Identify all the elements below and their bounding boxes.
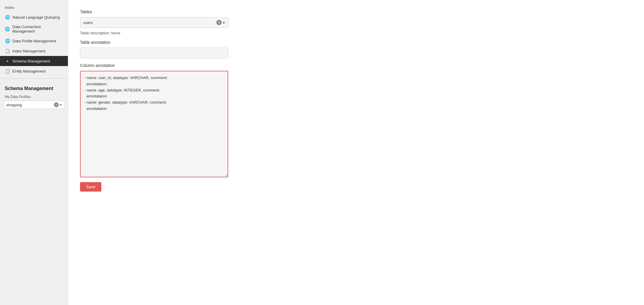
main-content: Tables users ✕ ▾ Table description: None… [68, 0, 644, 305]
sidebar: Index 🌐 Natural Language Querying 🌐 Data… [0, 0, 68, 305]
sidebar-item-label: Entity Management [12, 69, 46, 73]
column-annotation-label: Column annotation [80, 63, 632, 68]
tables-dropdown-left: users [83, 20, 216, 25]
table-icon-1: 📋 [5, 48, 10, 54]
sidebar-dropdown-wrapper: shopping ✕ ▾ [0, 101, 68, 113]
sidebar-item-natural-language[interactable]: 🌐 Natural Language Querying [0, 12, 68, 22]
clear-profile-icon[interactable]: ✕ [54, 102, 59, 107]
globe-icon: 🌐 [5, 15, 10, 20]
sidebar-item-label: Natural Language Querying [12, 15, 60, 20]
profile-dropdown[interactable]: shopping ✕ ▾ [4, 101, 64, 109]
profile-dropdown-value: shopping [6, 103, 22, 107]
tables-form-group: Tables users ✕ ▾ Table description: None [80, 9, 632, 35]
globe-icon-3: 🌐 [5, 38, 10, 44]
sidebar-item-index-management[interactable]: 📋 Index Management [0, 46, 68, 56]
clear-table-icon[interactable]: ✕ [216, 20, 222, 25]
table-annotation-input[interactable] [80, 48, 228, 58]
tables-dropdown-wrapper: users ✕ ▾ [80, 17, 228, 28]
table-annotation-group: Table annotation [80, 40, 632, 58]
globe-icon-2: 🌐 [5, 26, 10, 32]
column-annotation-textarea[interactable] [80, 71, 228, 177]
tables-dropdown[interactable]: users ✕ ▾ [80, 17, 228, 28]
save-button[interactable]: Save [80, 182, 101, 192]
sidebar-item-label: Data Connection Management [12, 25, 63, 33]
table-annotation-label: Table annotation [80, 40, 632, 45]
tables-dropdown-value: users [83, 20, 93, 25]
sidebar-index-label: Index [0, 0, 68, 12]
table-description: Table description: None [80, 31, 632, 35]
sidebar-item-entity-management[interactable]: 📋 Entity Management [0, 66, 68, 76]
sidebar-divider [0, 78, 68, 79]
save-button-wrapper: Save [80, 182, 632, 192]
entity-icon: 📋 [5, 68, 10, 74]
my-data-profiles-label: My Data Profiles [0, 94, 68, 101]
schema-icon: ▪ [5, 58, 10, 64]
sidebar-section-title: Schema Management [0, 81, 68, 94]
chevron-down-icon: ▾ [60, 103, 62, 107]
sidebar-nav: 🌐 Natural Language Querying 🌐 Data Conne… [0, 12, 68, 76]
tables-chevron-icon: ▾ [223, 20, 225, 25]
sidebar-item-label: Index Management [12, 49, 45, 53]
sidebar-item-data-connection[interactable]: 🌐 Data Connection Management [0, 22, 68, 36]
sidebar-item-label: Data Profile Management [12, 39, 56, 43]
dropdown-left: shopping [6, 103, 54, 107]
tables-label: Tables [80, 9, 632, 14]
column-annotation-group: Column annotation [80, 63, 632, 177]
sidebar-item-schema-management[interactable]: ▪ Schema Management [0, 56, 68, 66]
sidebar-item-label: Schema Management [12, 59, 50, 63]
sidebar-item-data-profile[interactable]: 🌐 Data Profile Management [0, 36, 68, 46]
